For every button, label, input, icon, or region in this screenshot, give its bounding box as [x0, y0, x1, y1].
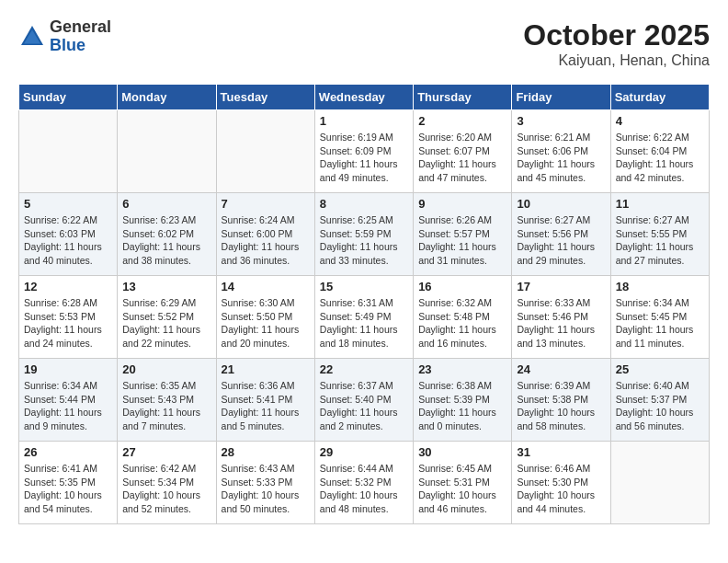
- day-number: 19: [24, 362, 112, 376]
- calendar-cell: 11Sunrise: 6:27 AM Sunset: 5:55 PM Dayli…: [610, 193, 709, 276]
- calendar-cell: 30Sunrise: 6:45 AM Sunset: 5:31 PM Dayli…: [414, 442, 512, 524]
- calendar-cell: 9Sunrise: 6:26 AM Sunset: 5:57 PM Daylig…: [414, 193, 512, 276]
- logo: General Blue: [18, 18, 111, 55]
- day-info: Sunrise: 6:23 AM Sunset: 6:02 PM Dayligh…: [122, 213, 210, 268]
- day-number: 8: [320, 197, 408, 211]
- calendar-cell: 29Sunrise: 6:44 AM Sunset: 5:32 PM Dayli…: [314, 442, 413, 524]
- day-info: Sunrise: 6:41 AM Sunset: 5:35 PM Dayligh…: [24, 462, 112, 516]
- day-info: Sunrise: 6:32 AM Sunset: 5:48 PM Dayligh…: [418, 296, 506, 350]
- day-number: 28: [222, 445, 310, 459]
- weekday-header-friday: Friday: [512, 85, 610, 110]
- calendar-title: October 2025: [523, 18, 710, 52]
- day-info: Sunrise: 6:20 AM Sunset: 6:07 PM Dayligh…: [418, 131, 506, 185]
- weekday-header-row: SundayMondayTuesdayWednesdayThursdayFrid…: [19, 85, 710, 110]
- day-info: Sunrise: 6:24 AM Sunset: 6:00 PM Dayligh…: [222, 213, 310, 268]
- calendar-cell: 22Sunrise: 6:37 AM Sunset: 5:40 PM Dayli…: [314, 359, 413, 442]
- page-header: General Blue October 2025 Kaiyuan, Henan…: [18, 18, 710, 69]
- calendar-cell: 21Sunrise: 6:36 AM Sunset: 5:41 PM Dayli…: [216, 359, 314, 442]
- calendar-cell: 15Sunrise: 6:31 AM Sunset: 5:49 PM Dayli…: [314, 276, 413, 359]
- calendar-cell: 27Sunrise: 6:42 AM Sunset: 5:34 PM Dayli…: [118, 442, 216, 524]
- day-number: 3: [517, 114, 605, 128]
- day-info: Sunrise: 6:43 AM Sunset: 5:33 PM Dayligh…: [222, 462, 310, 516]
- calendar-cell: 6Sunrise: 6:23 AM Sunset: 6:02 PM Daylig…: [118, 193, 216, 276]
- weekday-header-saturday: Saturday: [610, 85, 709, 110]
- day-info: Sunrise: 6:34 AM Sunset: 5:44 PM Dayligh…: [24, 379, 112, 433]
- calendar-week-row: 12Sunrise: 6:28 AM Sunset: 5:53 PM Dayli…: [19, 276, 710, 359]
- calendar-header: SundayMondayTuesdayWednesdayThursdayFrid…: [19, 85, 710, 110]
- calendar-week-row: 26Sunrise: 6:41 AM Sunset: 5:35 PM Dayli…: [19, 442, 710, 524]
- calendar-week-row: 1Sunrise: 6:19 AM Sunset: 6:09 PM Daylig…: [19, 110, 710, 193]
- day-number: 30: [418, 445, 506, 459]
- logo-text: General Blue: [50, 18, 111, 55]
- calendar-cell: [118, 110, 216, 193]
- calendar-cell: 16Sunrise: 6:32 AM Sunset: 5:48 PM Dayli…: [414, 276, 512, 359]
- day-number: 21: [222, 362, 310, 376]
- day-info: Sunrise: 6:21 AM Sunset: 6:06 PM Dayligh…: [517, 131, 605, 185]
- calendar-cell: 14Sunrise: 6:30 AM Sunset: 5:50 PM Dayli…: [216, 276, 314, 359]
- calendar-week-row: 5Sunrise: 6:22 AM Sunset: 6:03 PM Daylig…: [19, 193, 710, 276]
- day-info: Sunrise: 6:45 AM Sunset: 5:31 PM Dayligh…: [418, 462, 506, 516]
- day-number: 10: [517, 197, 605, 211]
- calendar-cell: 8Sunrise: 6:25 AM Sunset: 5:59 PM Daylig…: [314, 193, 413, 276]
- calendar-cell: 5Sunrise: 6:22 AM Sunset: 6:03 PM Daylig…: [19, 193, 118, 276]
- day-info: Sunrise: 6:30 AM Sunset: 5:50 PM Dayligh…: [222, 296, 310, 350]
- day-info: Sunrise: 6:40 AM Sunset: 5:37 PM Dayligh…: [616, 379, 704, 433]
- calendar-cell: 10Sunrise: 6:27 AM Sunset: 5:56 PM Dayli…: [512, 193, 610, 276]
- day-number: 12: [24, 280, 112, 293]
- calendar-cell: 19Sunrise: 6:34 AM Sunset: 5:44 PM Dayli…: [19, 359, 118, 442]
- calendar-cell: 23Sunrise: 6:38 AM Sunset: 5:39 PM Dayli…: [414, 359, 512, 442]
- calendar-cell: 2Sunrise: 6:20 AM Sunset: 6:07 PM Daylig…: [414, 110, 512, 193]
- day-number: 1: [320, 114, 408, 128]
- calendar-cell: 3Sunrise: 6:21 AM Sunset: 6:06 PM Daylig…: [512, 110, 610, 193]
- calendar-cell: 4Sunrise: 6:22 AM Sunset: 6:04 PM Daylig…: [610, 110, 709, 193]
- day-number: 23: [418, 362, 506, 376]
- day-info: Sunrise: 6:27 AM Sunset: 5:55 PM Dayligh…: [616, 213, 704, 268]
- day-number: 18: [616, 280, 704, 293]
- title-block: October 2025 Kaiyuan, Henan, China: [523, 18, 710, 69]
- day-info: Sunrise: 6:25 AM Sunset: 5:59 PM Dayligh…: [320, 213, 408, 268]
- day-number: 15: [320, 280, 408, 293]
- calendar-cell: 20Sunrise: 6:35 AM Sunset: 5:43 PM Dayli…: [118, 359, 216, 442]
- day-info: Sunrise: 6:38 AM Sunset: 5:39 PM Dayligh…: [418, 379, 506, 433]
- day-info: Sunrise: 6:31 AM Sunset: 5:49 PM Dayligh…: [320, 296, 408, 350]
- day-number: 2: [418, 114, 506, 128]
- day-info: Sunrise: 6:26 AM Sunset: 5:57 PM Dayligh…: [418, 213, 506, 268]
- day-number: 20: [122, 362, 210, 376]
- day-info: Sunrise: 6:37 AM Sunset: 5:40 PM Dayligh…: [320, 379, 408, 433]
- logo-general: General: [50, 18, 111, 37]
- day-number: 14: [222, 280, 310, 293]
- day-info: Sunrise: 6:39 AM Sunset: 5:38 PM Dayligh…: [517, 379, 605, 433]
- calendar-cell: 31Sunrise: 6:46 AM Sunset: 5:30 PM Dayli…: [512, 442, 610, 524]
- calendar-cell: 1Sunrise: 6:19 AM Sunset: 6:09 PM Daylig…: [314, 110, 413, 193]
- weekday-header-monday: Monday: [118, 85, 216, 110]
- day-info: Sunrise: 6:42 AM Sunset: 5:34 PM Dayligh…: [122, 462, 210, 516]
- calendar-cell: 24Sunrise: 6:39 AM Sunset: 5:38 PM Dayli…: [512, 359, 610, 442]
- day-number: 29: [320, 445, 408, 459]
- calendar-cell: 7Sunrise: 6:24 AM Sunset: 6:00 PM Daylig…: [216, 193, 314, 276]
- day-info: Sunrise: 6:19 AM Sunset: 6:09 PM Dayligh…: [320, 131, 408, 185]
- calendar-cell: 26Sunrise: 6:41 AM Sunset: 5:35 PM Dayli…: [19, 442, 118, 524]
- day-number: 26: [24, 445, 112, 459]
- calendar-cell: 18Sunrise: 6:34 AM Sunset: 5:45 PM Dayli…: [610, 276, 709, 359]
- day-number: 22: [320, 362, 408, 376]
- calendar-week-row: 19Sunrise: 6:34 AM Sunset: 5:44 PM Dayli…: [19, 359, 710, 442]
- day-number: 9: [418, 197, 506, 211]
- day-info: Sunrise: 6:22 AM Sunset: 6:03 PM Dayligh…: [24, 213, 112, 268]
- calendar-cell: 17Sunrise: 6:33 AM Sunset: 5:46 PM Dayli…: [512, 276, 610, 359]
- day-number: 7: [222, 197, 310, 211]
- calendar-cell: 28Sunrise: 6:43 AM Sunset: 5:33 PM Dayli…: [216, 442, 314, 524]
- day-info: Sunrise: 6:35 AM Sunset: 5:43 PM Dayligh…: [122, 379, 210, 433]
- day-number: 11: [616, 197, 704, 211]
- day-number: 25: [616, 362, 704, 376]
- day-info: Sunrise: 6:33 AM Sunset: 5:46 PM Dayligh…: [517, 296, 605, 350]
- weekday-header-sunday: Sunday: [19, 85, 118, 110]
- calendar-cell: 12Sunrise: 6:28 AM Sunset: 5:53 PM Dayli…: [19, 276, 118, 359]
- logo-blue: Blue: [50, 37, 111, 55]
- weekday-header-wednesday: Wednesday: [314, 85, 413, 110]
- weekday-header-tuesday: Tuesday: [216, 85, 314, 110]
- day-info: Sunrise: 6:44 AM Sunset: 5:32 PM Dayligh…: [320, 462, 408, 516]
- calendar-cell: [19, 110, 118, 193]
- day-info: Sunrise: 6:28 AM Sunset: 5:53 PM Dayligh…: [24, 296, 112, 350]
- calendar-body: 1Sunrise: 6:19 AM Sunset: 6:09 PM Daylig…: [19, 110, 710, 524]
- day-info: Sunrise: 6:22 AM Sunset: 6:04 PM Dayligh…: [616, 131, 704, 185]
